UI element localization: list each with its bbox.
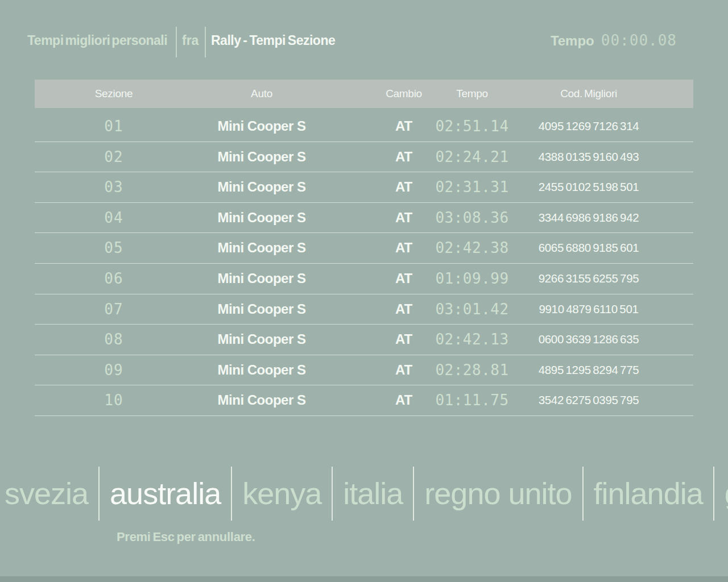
cell-auto: Mini Cooper S [193,142,330,172]
cell-cod-migliori: 4095 1269 7126 314 [484,111,693,142]
cell-auto: Mini Cooper S [193,233,330,263]
tab-divider [231,467,232,521]
table-row: 03 Mini Cooper S AT 02:31.31 2455 0102 5… [35,172,693,203]
cell-cod-migliori: 3542 6275 0395 795 [484,385,693,415]
column-header-auto: Auto [193,80,330,108]
tab-partial-next[interactable]: g [725,476,728,511]
top-bar: Tempi migliori personali fra Rally - Tem… [0,27,728,57]
cell-cod-migliori: 9910 4879 6110 501 [484,294,693,325]
table-row: 05 Mini Cooper S AT 02:42.38 6065 6880 9… [35,233,693,264]
cell-auto: Mini Cooper S [193,111,330,142]
table-row: 10 Mini Cooper S AT 01:11.75 3542 6275 0… [35,385,693,416]
cell-auto: Mini Cooper S [193,264,330,294]
timer-value: 00:00.08 [601,32,677,49]
tab-divider [98,467,100,521]
tab-divider [582,467,584,521]
cell-auto: Mini Cooper S [193,203,330,233]
tab-kenya[interactable]: kenya [242,476,321,511]
cell-auto: Mini Cooper S [193,172,330,202]
table-header-row: Sezione Auto Cambio Tempo Cod. Migliori [35,80,693,108]
page-subtitle: Rally - Tempi Sezione [211,33,335,48]
cell-cod-migliori: 3344 6986 9186 942 [484,203,693,233]
column-header-sezione: Sezione [35,80,193,108]
table-body: 01 Mini Cooper S AT 02:51.14 4095 1269 7… [35,111,693,416]
tab-divider [332,467,333,521]
cell-sezione: 10 [35,385,193,415]
cell-cod-migliori: 4895 1295 8294 775 [484,355,693,385]
tab-australia[interactable]: australia [110,476,221,511]
cell-cod-migliori: 6065 6880 9185 601 [484,233,693,263]
cell-sezione: 08 [35,325,193,355]
bottom-strip [0,576,728,582]
cell-auto: Mini Cooper S [193,385,330,415]
section-times-table: Sezione Auto Cambio Tempo Cod. Migliori … [35,80,693,416]
cell-auto: Mini Cooper S [193,325,330,355]
table-row: 06 Mini Cooper S AT 01:09.99 9266 3155 6… [35,264,693,294]
cell-cod-migliori: 9266 3155 6255 795 [484,264,693,294]
esc-hint: Premi Esc per annullare. [117,530,255,544]
page-title: Tempi migliori personali [27,33,167,48]
cell-sezione: 04 [35,203,193,233]
cell-sezione: 09 [35,355,193,385]
tab-divider [413,467,414,521]
session-timer: Tempo 00:00.08 [551,32,677,49]
tab-finlandia[interactable]: finlandia [594,476,703,511]
cell-auto: Mini Cooper S [193,294,330,325]
table-row: 01 Mini Cooper S AT 02:51.14 4095 1269 7… [35,111,693,142]
header-divider [176,27,177,57]
timer-label: Tempo [551,33,594,49]
header-divider [205,27,206,57]
cell-cod-migliori: 0600 3639 1286 635 [484,325,693,355]
table-row: 08 Mini Cooper S AT 02:42.13 0600 3639 1… [35,325,693,355]
cell-sezione: 07 [35,294,193,325]
tab-divider [713,467,714,521]
cell-sezione: 06 [35,264,193,294]
table-row: 07 Mini Cooper S AT 03:01.42 9910 4879 6… [35,294,693,325]
cell-auto: Mini Cooper S [193,355,330,385]
cell-sezione: 03 [35,172,193,202]
table-row: 04 Mini Cooper S AT 03:08.36 3344 6986 9… [35,203,693,234]
cell-sezione: 05 [35,233,193,263]
tab-regno-unito[interactable]: regno unito [424,476,572,511]
tab-svezia[interactable]: svezia [5,476,88,511]
table-row: 02 Mini Cooper S AT 02:24.21 4388 0135 9… [35,142,693,173]
header-connector-label: fra [182,33,198,48]
cell-sezione: 01 [35,111,193,142]
country-tabs: sveziaaustraliakenyaitaliaregno unitofin… [0,465,728,522]
tab-italia[interactable]: italia [343,476,403,511]
cell-sezione: 02 [35,142,193,172]
cell-cod-migliori: 4388 0135 9160 493 [484,142,693,172]
table-row: 09 Mini Cooper S AT 02:28.81 4895 1295 8… [35,355,693,386]
cell-cod-migliori: 2455 0102 5198 501 [484,172,693,202]
column-header-cod-migliori: Cod. Migliori [484,80,693,108]
